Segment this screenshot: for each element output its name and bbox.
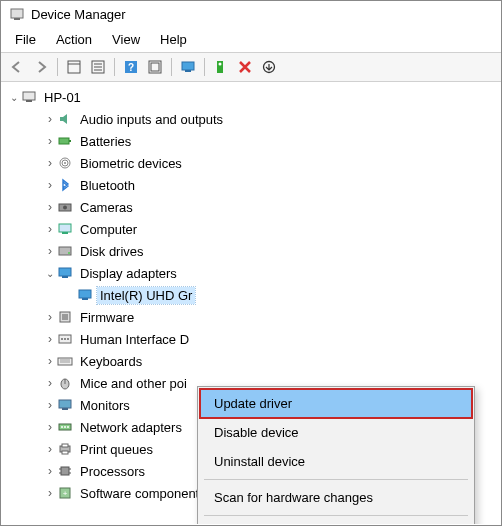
node-label: Intel(R) UHD Gr: [97, 287, 195, 304]
expand-arrow[interactable]: [43, 376, 57, 390]
node-label: Processors: [77, 463, 148, 480]
node-label: Display adapters: [77, 265, 180, 282]
expand-arrow[interactable]: [43, 486, 57, 500]
ctx-scan-hardware[interactable]: Scan for hardware changes: [200, 483, 472, 512]
camera-icon: [57, 199, 73, 215]
svg-point-25: [63, 206, 67, 210]
tree-node[interactable]: Cameras: [7, 196, 501, 218]
svg-rect-30: [59, 268, 71, 276]
tree-child-node[interactable]: Intel(R) UHD Gr: [7, 284, 501, 306]
tree-node[interactable]: Bluetooth: [7, 174, 501, 196]
device-tree[interactable]: HP-01 Audio inputs and outputsBatteriesB…: [1, 82, 501, 524]
tree-node[interactable]: Disk drives: [7, 240, 501, 262]
keyboard-icon: [57, 353, 73, 369]
svg-rect-31: [62, 276, 68, 278]
menu-bar: File Action View Help: [1, 27, 501, 52]
expand-arrow[interactable]: [43, 112, 57, 126]
expand-arrow[interactable]: [43, 156, 57, 170]
svg-rect-27: [62, 232, 68, 234]
expand-arrow[interactable]: [43, 420, 57, 434]
expand-arrow[interactable]: [43, 178, 57, 192]
svg-rect-54: [61, 467, 69, 475]
node-label: Audio inputs and outputs: [77, 111, 226, 128]
expand-arrow[interactable]: [43, 398, 57, 412]
tree-node[interactable]: Computer: [7, 218, 501, 240]
expand-arrow[interactable]: [43, 464, 57, 478]
expand-arrow[interactable]: [43, 310, 57, 324]
svg-rect-18: [26, 100, 32, 102]
title-bar: Device Manager: [1, 1, 501, 27]
menu-file[interactable]: File: [5, 29, 46, 50]
network-icon: [57, 419, 73, 435]
node-label: Network adapters: [77, 419, 185, 436]
computer-icon: [57, 221, 73, 237]
node-label: Disk drives: [77, 243, 147, 260]
ctx-update-driver[interactable]: Update driver: [200, 389, 472, 418]
scan-hardware-button[interactable]: [176, 56, 200, 78]
svg-point-49: [64, 426, 66, 428]
ctx-uninstall-device[interactable]: Uninstall device: [200, 447, 472, 476]
tree-node[interactable]: Firmware: [7, 306, 501, 328]
root-label: HP-01: [41, 89, 84, 106]
ctx-properties[interactable]: Properties: [200, 519, 472, 524]
expand-arrow[interactable]: [43, 200, 57, 214]
toolbar-separator: [57, 58, 58, 76]
expand-arrow[interactable]: [43, 332, 57, 346]
menu-view[interactable]: View: [102, 29, 150, 50]
svg-rect-46: [62, 408, 68, 410]
node-label: Computer: [77, 221, 140, 238]
printer-icon: [57, 441, 73, 457]
svg-rect-17: [23, 92, 35, 100]
svg-rect-12: [182, 62, 194, 70]
svg-point-38: [64, 338, 66, 340]
svg-rect-13: [185, 70, 191, 72]
tree-node[interactable]: Biometric devices: [7, 152, 501, 174]
properties-button[interactable]: [62, 56, 86, 78]
firmware-icon: [57, 309, 73, 325]
expand-arrow[interactable]: [43, 244, 57, 258]
computer-icon: [21, 89, 37, 105]
ctx-disable-device[interactable]: Disable device: [200, 418, 472, 447]
tree-node[interactable]: Audio inputs and outputs: [7, 108, 501, 130]
expand-arrow[interactable]: [7, 92, 21, 103]
tree-node[interactable]: Batteries: [7, 130, 501, 152]
audio-icon: [57, 111, 73, 127]
svg-point-50: [67, 426, 69, 428]
svg-rect-52: [62, 444, 68, 447]
tree-node[interactable]: Display adapters: [7, 262, 501, 284]
app-icon: [9, 6, 25, 22]
expand-arrow[interactable]: [43, 268, 57, 279]
help-button[interactable]: ?: [119, 56, 143, 78]
node-label: Monitors: [77, 397, 133, 414]
expand-arrow[interactable]: [43, 134, 57, 148]
tree-node[interactable]: Human Interface D: [7, 328, 501, 350]
forward-button[interactable]: [29, 56, 53, 78]
fingerprint-icon: [57, 155, 73, 171]
svg-rect-19: [59, 138, 69, 144]
menu-action[interactable]: Action: [46, 29, 102, 50]
refresh-button[interactable]: [143, 56, 167, 78]
node-label: Batteries: [77, 133, 134, 150]
ctx-separator: [204, 515, 468, 516]
details-button[interactable]: [86, 56, 110, 78]
monitor-icon: [57, 397, 73, 413]
expand-arrow[interactable]: [43, 442, 57, 456]
expand-arrow[interactable]: [43, 222, 57, 236]
toolbar: ?: [1, 52, 501, 82]
menu-help[interactable]: Help: [150, 29, 197, 50]
node-label: Firmware: [77, 309, 137, 326]
cpu-icon: [57, 463, 73, 479]
tree-node[interactable]: Keyboards: [7, 350, 501, 372]
context-menu: Update driver Disable device Uninstall d…: [197, 386, 475, 524]
hid-icon: [57, 331, 73, 347]
back-button[interactable]: [5, 56, 29, 78]
node-label: Cameras: [77, 199, 136, 216]
expand-arrow[interactable]: [43, 354, 57, 368]
svg-rect-45: [59, 400, 71, 408]
uninstall-button[interactable]: [233, 56, 257, 78]
software-icon: +: [57, 485, 73, 501]
rollback-button[interactable]: [257, 56, 281, 78]
update-driver-button[interactable]: [209, 56, 233, 78]
tree-root[interactable]: HP-01: [7, 86, 501, 108]
svg-rect-26: [59, 224, 71, 232]
